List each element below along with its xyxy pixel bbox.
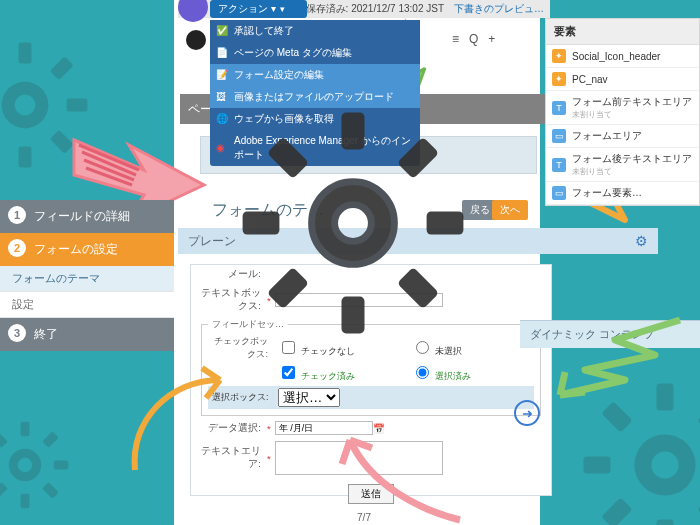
pager: 7/7 bbox=[178, 512, 550, 523]
wizard-sub-theme[interactable]: フォームのテーマ bbox=[0, 266, 174, 292]
el-post-text[interactable]: Tフォーム後テキストエリア未割り当て bbox=[546, 148, 699, 182]
app-logo-icon bbox=[184, 28, 208, 52]
add-icon[interactable]: + bbox=[488, 32, 495, 46]
date-input[interactable] bbox=[275, 421, 373, 435]
wizard-step-1[interactable]: 1フィールドの詳細 bbox=[0, 200, 174, 233]
rb-sel[interactable]: 選択済み bbox=[411, 363, 534, 383]
dd-form-settings[interactable]: 📝フォーム設定の編集 bbox=[210, 64, 420, 86]
wizard-sidebar: 1フィールドの詳細 2フォームの設定 フォームのテーマ 設定 3終了 bbox=[0, 200, 174, 351]
menu-icon[interactable]: ≡ bbox=[452, 32, 459, 46]
dd-approve[interactable]: ✅承認して終了 bbox=[210, 20, 420, 42]
autosave-status: 自動保存済み: 2021/12/7 13:02 JST bbox=[286, 2, 444, 16]
gear-icon[interactable]: ⚙ bbox=[635, 233, 648, 249]
search-icon[interactable]: Q bbox=[469, 32, 478, 46]
cb-unchecked[interactable]: チェックなし bbox=[278, 338, 401, 358]
hero-gear-icon bbox=[238, 108, 468, 338]
el-form-elem[interactable]: ▭フォーム要素… bbox=[546, 182, 699, 205]
cb-checked[interactable]: チェック済み bbox=[278, 363, 401, 383]
dd-upload[interactable]: 🖼画像またはファイルのアップロード bbox=[210, 86, 420, 108]
el-pre-text[interactable]: Tフォーム前テキストエリア未割り当て bbox=[546, 91, 699, 125]
preview-link[interactable]: 下書きのプレビュ… bbox=[454, 2, 544, 16]
svg-point-9 bbox=[335, 205, 372, 242]
el-pcnav[interactable]: ✦PC_nav bbox=[546, 68, 699, 91]
elements-panel-title: 要素 bbox=[546, 19, 699, 45]
circle-next-button[interactable]: ➜ bbox=[514, 400, 540, 426]
toolbar-icons: ≡ Q + bbox=[452, 32, 495, 46]
el-form-area[interactable]: ▭フォームエリア bbox=[546, 125, 699, 148]
select-input[interactable]: 選択… bbox=[278, 388, 340, 407]
wizard-step-2[interactable]: 2フォームの設定 bbox=[0, 233, 174, 266]
action-menu-button[interactable]: アクション ▾ bbox=[210, 0, 307, 18]
dd-meta[interactable]: 📄ページの Meta タグの編集 bbox=[210, 42, 420, 64]
elements-panel: 要素 ✦Social_Icon_header ✦PC_nav Tフォーム前テキス… bbox=[545, 18, 700, 206]
wizard-sub-settings[interactable]: 設定 bbox=[0, 292, 174, 318]
wizard-step-3[interactable]: 3終了 bbox=[0, 318, 174, 351]
next-button[interactable]: 次へ bbox=[492, 200, 528, 220]
submit-button[interactable]: 送信 bbox=[348, 484, 394, 504]
el-social[interactable]: ✦Social_Icon_header bbox=[546, 45, 699, 68]
dynamic-contents-tab[interactable]: ダイナミック コンテンツ bbox=[520, 320, 700, 348]
rb-unsel[interactable]: 未選択 bbox=[411, 338, 534, 358]
textarea-input[interactable] bbox=[275, 441, 443, 475]
